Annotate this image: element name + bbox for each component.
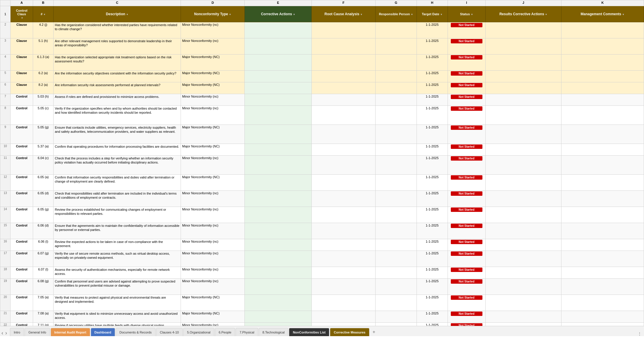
rootcause-cell[interactable] xyxy=(312,311,376,323)
corrective-cell[interactable] xyxy=(244,239,311,251)
rootcause-cell[interactable] xyxy=(312,267,376,279)
prev-sheet-button[interactable]: ‹ xyxy=(1,330,3,336)
comments-cell[interactable] xyxy=(561,311,644,323)
comments-cell[interactable] xyxy=(561,223,644,239)
tab-nonconformities-list[interactable]: NonConformities List xyxy=(289,328,329,336)
rootcause-cell[interactable] xyxy=(312,251,376,267)
responsible-cell[interactable] xyxy=(375,175,417,191)
comments-cell[interactable] xyxy=(561,239,644,251)
next-sheet-button[interactable]: › xyxy=(5,330,7,336)
corrective-cell[interactable] xyxy=(244,323,311,326)
responsible-cell[interactable] xyxy=(375,38,417,55)
tab-dashboard[interactable]: Dashboard xyxy=(91,328,115,336)
rootcause-cell[interactable] xyxy=(312,223,376,239)
responsible-cell[interactable] xyxy=(375,82,417,94)
results-cell[interactable] xyxy=(486,267,561,279)
comments-cell[interactable] xyxy=(561,82,644,94)
col-c-header[interactable]: Description▼ xyxy=(54,6,181,22)
corrective-cell[interactable] xyxy=(244,38,311,55)
responsible-cell[interactable] xyxy=(375,55,417,71)
results-cell[interactable] xyxy=(486,82,561,94)
corrective-cell[interactable] xyxy=(244,279,311,295)
responsible-cell[interactable] xyxy=(375,156,417,175)
col-g-header[interactable]: Responsible Person▼ xyxy=(375,6,417,22)
corrective-cell[interactable] xyxy=(244,55,311,71)
responsible-cell[interactable] xyxy=(375,125,417,144)
corrective-cell[interactable] xyxy=(244,156,311,175)
rootcause-cell[interactable] xyxy=(312,191,376,207)
col-f-header[interactable]: Root Cause Analysis▼ xyxy=(312,6,376,22)
responsible-cell[interactable] xyxy=(375,311,417,323)
tab-corrective-measures[interactable]: Corrective Measures xyxy=(330,328,369,336)
comments-cell[interactable] xyxy=(561,156,644,175)
corrective-cell[interactable] xyxy=(244,175,311,191)
tab-documents-&-records[interactable]: Documents & Records xyxy=(116,328,155,336)
comments-cell[interactable] xyxy=(561,38,644,55)
tab-6.people[interactable]: 6.People xyxy=(215,328,235,336)
tab-general-info[interactable]: General Info xyxy=(25,328,50,336)
results-cell[interactable] xyxy=(486,55,561,71)
rootcause-cell[interactable] xyxy=(312,106,376,125)
comments-cell[interactable] xyxy=(561,279,644,295)
comments-cell[interactable] xyxy=(561,295,644,311)
col-k-header[interactable]: Management Comments▼ xyxy=(561,6,644,22)
responsible-cell[interactable] xyxy=(375,279,417,295)
results-cell[interactable] xyxy=(486,71,561,82)
comments-cell[interactable] xyxy=(561,191,644,207)
results-cell[interactable] xyxy=(486,207,561,223)
rootcause-cell[interactable] xyxy=(312,144,376,156)
rootcause-cell[interactable] xyxy=(312,22,376,38)
corrective-cell[interactable] xyxy=(244,311,311,323)
corrective-cell[interactable] xyxy=(244,251,311,267)
results-cell[interactable] xyxy=(486,106,561,125)
results-cell[interactable] xyxy=(486,125,561,144)
rootcause-cell[interactable] xyxy=(312,279,376,295)
rootcause-cell[interactable] xyxy=(312,156,376,175)
col-a-header[interactable]: ControlClaus▼ xyxy=(11,6,33,22)
comments-cell[interactable] xyxy=(561,251,644,267)
results-cell[interactable] xyxy=(486,175,561,191)
corrective-cell[interactable] xyxy=(244,94,311,106)
comments-cell[interactable] xyxy=(561,22,644,38)
responsible-cell[interactable] xyxy=(375,239,417,251)
comments-cell[interactable] xyxy=(561,207,644,223)
scroll-area[interactable]: A B C D E F G H I J K 1 ControlClaus▼ xyxy=(0,0,644,326)
responsible-cell[interactable] xyxy=(375,267,417,279)
col-e-header[interactable]: Corrective Actions▼ xyxy=(244,6,311,22)
results-cell[interactable] xyxy=(486,191,561,207)
tab-5.organizational[interactable]: 5.Organizational xyxy=(183,328,214,336)
corrective-cell[interactable] xyxy=(244,295,311,311)
rootcause-cell[interactable] xyxy=(312,94,376,106)
results-cell[interactable] xyxy=(486,311,561,323)
responsible-cell[interactable] xyxy=(375,223,417,239)
results-cell[interactable] xyxy=(486,156,561,175)
comments-cell[interactable] xyxy=(561,323,644,326)
rootcause-cell[interactable] xyxy=(312,175,376,191)
results-cell[interactable] xyxy=(486,279,561,295)
comments-cell[interactable] xyxy=(561,144,644,156)
results-cell[interactable] xyxy=(486,323,561,326)
results-cell[interactable] xyxy=(486,295,561,311)
col-h-header[interactable]: Target Date▼ xyxy=(417,6,448,22)
corrective-cell[interactable] xyxy=(244,144,311,156)
rootcause-cell[interactable] xyxy=(312,82,376,94)
responsible-cell[interactable] xyxy=(375,295,417,311)
results-cell[interactable] xyxy=(486,239,561,251)
col-d-header[interactable]: Nonconformity Type▼ xyxy=(181,6,245,22)
responsible-cell[interactable] xyxy=(375,251,417,267)
tab-7.physical[interactable]: 7.Physical xyxy=(236,328,258,336)
corrective-cell[interactable] xyxy=(244,82,311,94)
col-j-header[interactable]: Results Corrective Actions▼ xyxy=(486,6,561,22)
tab-internal-audit-report[interactable]: Internal Audit Report xyxy=(51,328,90,336)
results-cell[interactable] xyxy=(486,38,561,55)
comments-cell[interactable] xyxy=(561,71,644,82)
results-cell[interactable] xyxy=(486,94,561,106)
rootcause-cell[interactable] xyxy=(312,207,376,223)
corrective-cell[interactable] xyxy=(244,106,311,125)
comments-cell[interactable] xyxy=(561,55,644,71)
results-cell[interactable] xyxy=(486,22,561,38)
add-sheet-button[interactable]: + xyxy=(370,328,378,336)
rootcause-cell[interactable] xyxy=(312,38,376,55)
rootcause-cell[interactable] xyxy=(312,239,376,251)
responsible-cell[interactable] xyxy=(375,71,417,82)
